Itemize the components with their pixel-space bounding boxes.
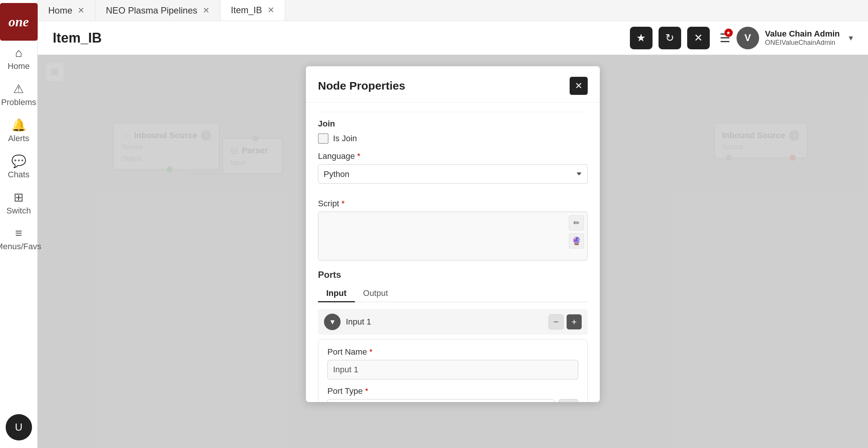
sidebar-item-label: Alerts — [8, 134, 29, 143]
close-icon: ✕ — [694, 32, 703, 44]
app-logo[interactable]: one — [0, 3, 38, 41]
tab-home-close[interactable]: ✕ — [78, 6, 84, 15]
notification-badge: ★ — [724, 29, 733, 37]
switch-icon: ⊞ — [14, 190, 24, 204]
is-join-label: Is Join — [333, 134, 357, 143]
script-required: * — [341, 199, 345, 209]
port-name-field-label: Port Name * — [327, 347, 578, 357]
sidebar-item-menus[interactable]: ≡ Menus/Favs — [0, 221, 37, 257]
port-chevron-button[interactable]: ▾ — [324, 314, 341, 330]
node-properties-dialog: Node Properties ✕ Join Is Join — [306, 66, 600, 402]
port-name-required: * — [369, 347, 373, 357]
port-grid-button[interactable]: ⠿ — [559, 399, 578, 402]
port-type-field-label: Port Type * — [327, 386, 578, 396]
alerts-icon: 🔔 — [11, 118, 26, 132]
sidebar-item-alerts[interactable]: 🔔 Alerts — [0, 113, 37, 149]
main-area: Home ✕ NEO Plasma Pipelines ✕ Item_IB ✕ … — [38, 0, 868, 448]
tab-item-ib-close[interactable]: ✕ — [267, 6, 274, 14]
port-subform: Port Name * Port Type * Integer — [318, 339, 588, 402]
pencil-icon: ✏ — [573, 218, 580, 227]
dialog-body: Join Is Join Language * Python JavaScrip… — [306, 103, 600, 402]
tab-neo-close[interactable]: ✕ — [203, 6, 209, 15]
page-header: Item_IB ★ ↻ ✕ ☰ ★ V Value Chain Admin — [38, 21, 868, 55]
script-textarea[interactable] — [318, 212, 588, 261]
sidebar-item-label: Switch — [6, 206, 31, 216]
menu-button[interactable]: ☰ ★ — [720, 31, 730, 45]
user-info: Value Chain Admin ONEIValueChainAdmin — [765, 29, 840, 47]
language-required: * — [357, 151, 361, 161]
tab-item-ib-label: Item_IB — [231, 5, 262, 15]
tab-item-ib[interactable]: Item_IB ✕ — [220, 0, 285, 21]
problems-icon: ⚠ — [13, 82, 24, 96]
sidebar-item-label: Chats — [8, 170, 29, 180]
user-username: ONEIValueChainAdmin — [765, 39, 840, 47]
refresh-icon: ↻ — [665, 32, 674, 44]
magic-icon: 🔮 — [572, 236, 581, 245]
chevron-down-icon: ▾ — [330, 317, 335, 327]
sidebar: one ⌂ Home ⚠ Problems 🔔 Alerts 💬 Chats ⊞… — [0, 0, 38, 448]
avatar-initial: U — [15, 421, 22, 433]
port-type-select[interactable]: Integer String Float Boolean Object — [327, 399, 554, 402]
dialog-overlay: Node Properties ✕ Join Is Join — [38, 55, 868, 448]
port-minus-button[interactable]: − — [549, 314, 564, 329]
canvas-area: ⊞ → Inbound Source i Source Output ⊟ Par… — [38, 55, 868, 448]
sidebar-item-label: Home — [8, 61, 30, 71]
script-label: Script * — [318, 199, 588, 209]
close-button[interactable]: ✕ — [687, 27, 710, 49]
star-icon: ★ — [636, 32, 646, 44]
star-icon-sm: ★ — [726, 30, 731, 36]
port-name-label: Input 1 — [346, 317, 546, 327]
is-join-checkbox[interactable] — [318, 133, 329, 144]
sidebar-item-label: Menus/Favs — [0, 242, 41, 251]
sidebar-item-problems[interactable]: ⚠ Problems — [0, 76, 37, 113]
tab-input[interactable]: Input — [318, 285, 355, 302]
sidebar-user-avatar[interactable]: U — [6, 414, 32, 440]
port-row-input1: ▾ Input 1 − + — [318, 309, 588, 335]
sidebar-item-home[interactable]: ⌂ Home — [0, 41, 37, 76]
user-name: Value Chain Admin — [765, 29, 840, 39]
tab-output[interactable]: Output — [355, 285, 396, 302]
minus-icon: − — [553, 317, 559, 327]
plus-icon: + — [572, 317, 577, 327]
sidebar-item-switch[interactable]: ⊞ Switch — [0, 185, 37, 221]
port-name-input[interactable] — [327, 360, 578, 379]
script-icons: ✏ 🔮 — [569, 215, 584, 248]
dialog-header: Node Properties ✕ — [306, 66, 600, 103]
ports-section: Ports Input Output ▾ — [318, 270, 588, 402]
script-area-wrapper: ✏ 🔮 — [318, 212, 588, 262]
dialog-close-button[interactable]: ✕ — [570, 77, 588, 95]
tab-neo-label: NEO Plasma Pipelines — [106, 5, 197, 16]
page-title: Item_IB — [53, 30, 630, 46]
header-actions: ★ ↻ ✕ ☰ ★ V Value Chain Admin ONEIValueC… — [630, 27, 853, 49]
tab-home[interactable]: Home ✕ — [38, 0, 95, 21]
tab-neo[interactable]: NEO Plasma Pipelines ✕ — [95, 0, 220, 21]
is-join-row: Is Join — [318, 133, 588, 144]
ports-tabs: Input Output — [318, 285, 588, 302]
sidebar-bottom: U — [6, 414, 32, 448]
user-avatar[interactable]: V — [737, 27, 759, 49]
script-edit-button[interactable]: ✏ — [569, 215, 584, 230]
language-select[interactable]: Python JavaScript R SQL — [318, 164, 588, 184]
language-label: Language * — [318, 151, 588, 161]
sidebar-item-chats[interactable]: 💬 Chats — [0, 149, 37, 185]
dialog-title: Node Properties — [318, 79, 405, 92]
user-avatar-initial: V — [744, 32, 751, 44]
refresh-button[interactable]: ↻ — [659, 27, 681, 49]
sidebar-item-label: Problems — [1, 98, 36, 107]
star-button[interactable]: ★ — [630, 27, 653, 49]
menus-icon: ≡ — [15, 226, 22, 240]
script-magic-button[interactable]: 🔮 — [569, 233, 584, 248]
tab-home-label: Home — [48, 5, 72, 16]
port-type-row: Integer String Float Boolean Object ⠿ — [327, 399, 578, 402]
port-plus-button[interactable]: + — [567, 314, 582, 329]
ports-label: Ports — [318, 270, 588, 280]
home-icon: ⌂ — [15, 46, 22, 60]
join-section-label: Join — [318, 119, 588, 129]
port-type-required: * — [365, 386, 368, 396]
divider — [318, 112, 588, 112]
logo-text: one — [9, 14, 29, 30]
close-dialog-icon: ✕ — [575, 81, 582, 91]
user-dropdown-arrow[interactable]: ▾ — [849, 33, 853, 43]
chats-icon: 💬 — [11, 154, 26, 168]
tabs-bar: Home ✕ NEO Plasma Pipelines ✕ Item_IB ✕ — [38, 0, 868, 21]
